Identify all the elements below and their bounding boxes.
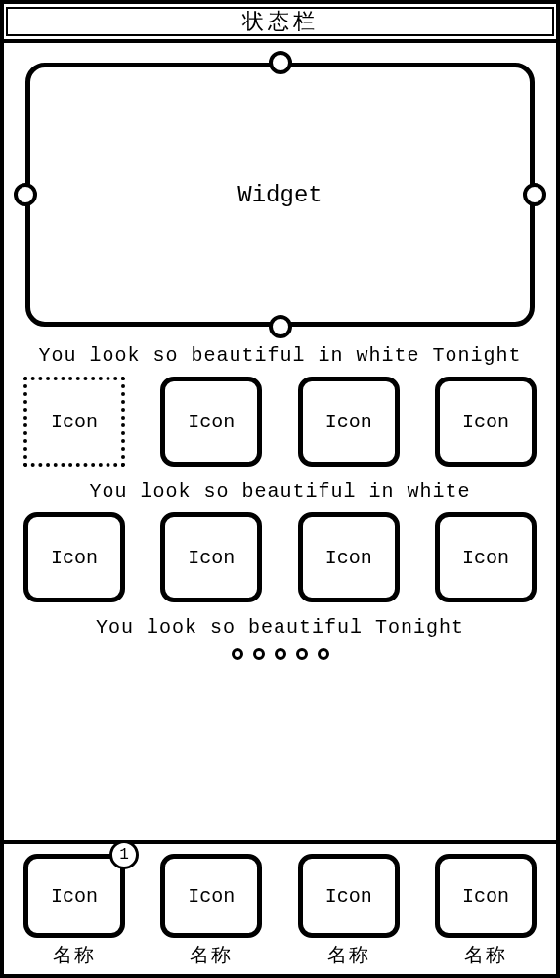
app-icon[interactable]: Icon xyxy=(435,512,537,602)
dock-app-name: 名称 xyxy=(53,942,96,968)
app-icon[interactable]: Icon xyxy=(23,512,125,602)
dock-icon-label: Icon xyxy=(325,885,372,908)
dock-app-icon[interactable]: Icon xyxy=(298,854,400,938)
row-caption: You look so beautiful in white xyxy=(18,480,542,503)
page-dot-icon xyxy=(296,648,308,660)
page-indicator[interactable] xyxy=(18,648,542,660)
icon-label: Icon xyxy=(462,411,509,433)
icon-label: Icon xyxy=(325,411,372,433)
app-icon[interactable]: Icon xyxy=(160,512,262,602)
dock-icon-label: Icon xyxy=(188,885,235,908)
dock-item: Icon 1 名称 xyxy=(23,854,125,968)
row-caption: You look so beautiful Tonight xyxy=(18,616,542,639)
app-icon[interactable]: Icon xyxy=(160,377,262,467)
dock-app-icon[interactable]: Icon 1 xyxy=(23,854,125,938)
widget[interactable]: Widget xyxy=(25,63,535,327)
page-dot-icon xyxy=(275,648,286,660)
dock-item: Icon 名称 xyxy=(160,854,262,968)
dock-app-name: 名称 xyxy=(190,942,233,968)
app-icon[interactable]: Icon xyxy=(298,512,400,602)
badge-count: 1 xyxy=(119,846,129,864)
row-caption: You look so beautiful in white Tonight xyxy=(18,344,542,367)
status-bar: 状态栏 xyxy=(4,4,556,43)
dock-item: Icon 名称 xyxy=(298,854,400,968)
icon-label: Icon xyxy=(462,547,509,569)
page-dot-icon xyxy=(318,648,329,660)
widget-container: Widget xyxy=(25,63,535,327)
page-dot-icon xyxy=(232,648,243,660)
icon-label: Icon xyxy=(325,547,372,569)
device-frame: 状态栏 Widget You look so beautiful in whit… xyxy=(0,0,560,978)
home-screen-content: Widget You look so beautiful in white To… xyxy=(4,43,556,660)
icon-label: Icon xyxy=(51,547,98,569)
dock-app-icon[interactable]: Icon xyxy=(435,854,537,938)
notification-badge: 1 xyxy=(109,840,139,869)
app-icon[interactable]: Icon xyxy=(435,377,537,467)
dock-icon-label: Icon xyxy=(51,885,98,908)
app-icon[interactable]: Icon xyxy=(298,377,400,467)
dock-item: Icon 名称 xyxy=(435,854,537,968)
resize-handle-left-icon[interactable] xyxy=(14,183,37,206)
dock-row: Icon 1 名称 Icon 名称 Icon 名称 Icon 名称 xyxy=(18,854,542,968)
page-dot-icon xyxy=(253,648,265,660)
resize-handle-bottom-icon[interactable] xyxy=(269,315,292,338)
dock-app-name: 名称 xyxy=(327,942,370,968)
app-icon-placeholder[interactable]: Icon xyxy=(23,377,125,467)
icon-label: Icon xyxy=(188,547,235,569)
dock-icon-label: Icon xyxy=(462,885,509,908)
dock-app-name: 名称 xyxy=(464,942,507,968)
widget-label: Widget xyxy=(237,182,322,208)
dock-app-icon[interactable]: Icon xyxy=(160,854,262,938)
icon-row: Icon Icon Icon Icon xyxy=(18,377,542,467)
status-bar-title: 状态栏 xyxy=(242,7,319,36)
dock: Icon 1 名称 Icon 名称 Icon 名称 Icon 名称 xyxy=(4,840,556,974)
resize-handle-top-icon[interactable] xyxy=(269,51,292,74)
resize-handle-right-icon[interactable] xyxy=(523,183,546,206)
dock-inner: Icon 1 名称 Icon 名称 Icon 名称 Icon 名称 xyxy=(18,854,542,968)
icon-label: Icon xyxy=(188,411,235,433)
status-bar-inner: 状态栏 xyxy=(6,7,554,36)
icon-row: Icon Icon Icon Icon xyxy=(18,512,542,602)
icon-label: Icon xyxy=(51,411,98,433)
